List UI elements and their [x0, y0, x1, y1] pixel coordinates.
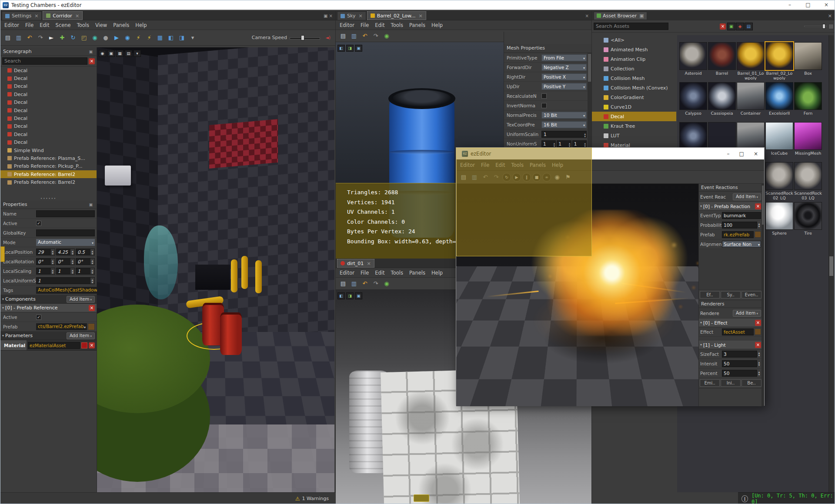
toolbar-button[interactable]: ►	[46, 33, 57, 43]
panel-splitter[interactable]: ••••••	[0, 197, 97, 200]
menu-item[interactable]: Scene	[53, 22, 74, 28]
clear-search-icon[interactable]: ×	[89, 58, 95, 64]
menu-item[interactable]: Editor	[337, 22, 357, 28]
name-input[interactable]	[36, 210, 95, 217]
material-color-swatch[interactable]	[81, 342, 87, 348]
active-checkbox[interactable]: ✓	[36, 221, 41, 226]
close-tab-icon[interactable]: ×	[34, 13, 38, 19]
toolbar-button[interactable]: ▥	[349, 279, 359, 289]
close-panel-icon[interactable]: ×	[828, 13, 834, 19]
collapsed-stats-toggle[interactable]	[414, 494, 429, 502]
asset-search-input[interactable]	[594, 23, 668, 30]
asset-grid-item[interactable]: Asteroid	[679, 42, 708, 82]
thumbnail-size-slider[interactable]	[804, 26, 827, 27]
position-x-field[interactable]: 29	[36, 249, 55, 255]
mesh-property-checkbox[interactable]	[541, 103, 547, 108]
renderer-property-value[interactable]: fectAsset	[722, 328, 754, 335]
viewport-button[interactable]: ◧	[337, 45, 345, 52]
asset-grid-item[interactable]: ExcelsiorII	[765, 82, 794, 122]
close-tab-icon[interactable]: ×	[419, 13, 423, 19]
add-renderer-button[interactable]: Add Item	[733, 310, 761, 317]
maximize-icon[interactable]: □	[739, 151, 744, 157]
tab-dirt-01[interactable]: dirt_01 ×	[337, 259, 374, 268]
toolbar-button[interactable]: ▤	[3, 33, 13, 43]
asset-grid-item[interactable]: MissingMesh	[794, 122, 822, 162]
tags-dropdown[interactable]: AutoColMesh|CastShadow	[36, 287, 103, 294]
side-panel-tab[interactable]: Ini..	[721, 379, 741, 387]
asset-grid-item[interactable]: Container	[736, 82, 765, 122]
mesh-property-value[interactable]: Positive X	[541, 73, 587, 80]
spinner-buttons[interactable]	[757, 360, 761, 367]
spinner-buttons[interactable]	[757, 351, 761, 358]
side-panel-tab[interactable]: Emi..	[700, 379, 720, 387]
asset-grid-item[interactable]: ScannedRock03_LQ	[794, 162, 822, 202]
tab-settings[interactable]: Settings ×	[2, 11, 42, 20]
asset-grid-item[interactable]: ScannedRock02_LQ	[765, 162, 794, 202]
toolbar-button[interactable]: ◰	[79, 33, 89, 43]
scenegraph-item[interactable]: Decal	[0, 123, 97, 130]
toolbar-button[interactable]: ◉	[552, 172, 562, 182]
globalkey-input[interactable]	[36, 229, 95, 236]
slider-handle[interactable]	[301, 35, 304, 40]
minimize-icon[interactable]: –	[727, 151, 730, 157]
asset-grid-item[interactable]: IceCube	[765, 122, 794, 162]
thumbnail-size-icon[interactable]	[828, 24, 834, 29]
corridor-3d-viewport[interactable]: ◉▣▦▤▾	[97, 47, 334, 492]
toolbar-button[interactable]: ◉	[381, 279, 392, 289]
toolbar-button[interactable]: ↷	[35, 33, 46, 43]
toolbar-button[interactable]: ↶	[360, 279, 370, 289]
toolbar-button[interactable]: ▥	[349, 31, 359, 41]
dock-icon[interactable]: ▣	[89, 202, 94, 207]
viewport-button[interactable]: ▦	[116, 50, 124, 57]
mesh-property-value[interactable]: 16 Bit	[541, 121, 587, 128]
add-event-reaction-button[interactable]: Add Item	[733, 193, 761, 200]
uniform-scaling-field[interactable]: 1	[36, 277, 95, 284]
scenegraph-item[interactable]: Decal	[0, 99, 97, 106]
viewport-button[interactable]: ▣	[355, 45, 362, 52]
asset-type-item[interactable]: Decal	[592, 112, 676, 121]
prefab-reaction-group[interactable]: ▾ [0] - Prefab Reaction ×	[699, 202, 762, 211]
remove-reaction-icon[interactable]: ×	[755, 203, 761, 209]
toolbar-button[interactable]: ↶	[360, 31, 370, 41]
toolbar-button[interactable]: ⚡	[133, 33, 144, 43]
component-active-checkbox[interactable]: ✓	[36, 315, 41, 320]
slider-handle[interactable]	[822, 24, 825, 29]
menu-item[interactable]: Edit	[37, 22, 52, 28]
menu-item[interactable]: Panels	[406, 270, 428, 276]
mesh-property-value[interactable]: 1	[541, 131, 587, 138]
scenegraph-item[interactable]: Prefab Reference: Barrel2	[0, 170, 97, 178]
scenegraph-item[interactable]: Decal	[0, 66, 97, 74]
toolbar-button[interactable]: ↷	[371, 31, 381, 41]
menu-item[interactable]: Edit	[372, 270, 387, 276]
close-icon[interactable]: ×	[754, 151, 758, 157]
mode-dropdown[interactable]: Automatic	[36, 239, 95, 246]
menu-item[interactable]: File	[357, 22, 372, 28]
reaction-property-value[interactable]: rk.ezPrefab	[722, 231, 754, 238]
toolbar-button[interactable]: ↻	[68, 33, 78, 43]
toolbar-button[interactable]: ◨	[177, 33, 187, 43]
menu-item[interactable]: Help	[428, 270, 446, 276]
reaction-property-value[interactable]: Surface Non	[722, 241, 761, 248]
reaction-property-value[interactable]: 100	[722, 222, 757, 229]
mesh-property-value[interactable]: Negative Z	[541, 64, 587, 71]
toolbar-button[interactable]: ▤	[338, 279, 348, 289]
menu-item[interactable]: Help	[428, 22, 446, 28]
toolbar-button[interactable]: ✚	[57, 33, 67, 43]
close-tab-icon[interactable]: ×	[358, 13, 362, 19]
toolbar-button[interactable]: ▥	[13, 33, 24, 43]
add-component-button[interactable]: Add Item	[67, 296, 95, 303]
spinner-buttons[interactable]	[757, 222, 761, 229]
menu-item[interactable]: Panels	[527, 162, 549, 168]
menu-item[interactable]: Help	[549, 162, 566, 168]
scenegraph-item[interactable]: Decal	[0, 130, 97, 138]
asset-grid-item[interactable]: Barrel_02_Lowpoly	[765, 42, 794, 82]
rotation-x-field[interactable]: 0°	[36, 258, 55, 265]
particle-preview-viewport[interactable]	[456, 184, 698, 406]
toolbar-button[interactable]: ↶	[480, 172, 491, 182]
viewport-button[interactable]: ▾	[134, 50, 141, 57]
menu-item[interactable]: Edit	[492, 162, 508, 168]
menu-item[interactable]: File	[22, 22, 37, 28]
asset-grid-item[interactable]: Tire	[794, 202, 822, 242]
position-z-field[interactable]: 0.5	[76, 249, 95, 255]
remove-renderer-icon[interactable]: ×	[755, 342, 761, 348]
